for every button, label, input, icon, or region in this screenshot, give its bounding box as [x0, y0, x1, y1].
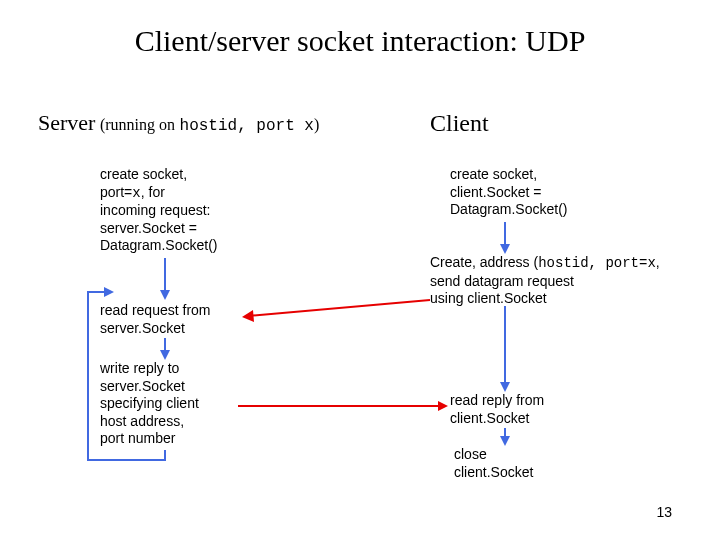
s1-l3: incoming request:	[100, 202, 250, 220]
server-heading-pre: (running on	[100, 116, 175, 133]
arrowhead-server-1-2	[160, 290, 170, 300]
arrowhead-client-3-4	[500, 436, 510, 446]
server-heading: Server (running on hostid, port x)	[38, 110, 319, 136]
c3-l2: client.Socket	[450, 410, 610, 428]
client-step-close: close client.Socket	[454, 446, 614, 481]
arrowhead-send-reply	[438, 401, 448, 411]
server-heading-text: Server	[38, 110, 95, 135]
arrowhead-send-request	[242, 310, 254, 322]
s1-l2-post: , for	[141, 184, 165, 200]
s1-l2-pre: port=	[100, 184, 132, 200]
s3-l4: host address,	[100, 413, 240, 431]
c2-l1-pre: Create, address (	[430, 254, 538, 270]
server-step-read: read request from server.Socket	[100, 302, 240, 337]
arrowhead-server-loop	[104, 287, 114, 297]
c1-l3: Datagram.Socket()	[450, 201, 630, 219]
page-title: Client/server socket interaction: UDP	[0, 24, 720, 58]
c2-l1-post: ,	[656, 254, 660, 270]
s3-l5: port number	[100, 430, 240, 448]
c4-l1: close	[454, 446, 614, 464]
c2-l2: send datagram request	[430, 273, 690, 291]
arrowhead-server-2-3	[160, 350, 170, 360]
c2-l1: Create, address (hostid, port=x,	[430, 254, 690, 273]
c2-l3: using client.Socket	[430, 290, 690, 308]
s2-l1: read request from	[100, 302, 240, 320]
s1-l2-code: x	[132, 185, 140, 201]
server-heading-post: )	[314, 116, 319, 133]
s1-l5: Datagram.Socket()	[100, 237, 250, 255]
s1-l2: port=x, for	[100, 184, 250, 203]
server-step-create: create socket, port=x, for incoming requ…	[100, 166, 250, 255]
s1-l4: server.Socket =	[100, 220, 250, 238]
s3-l1: write reply to	[100, 360, 240, 378]
arrowhead-client-1-2	[500, 244, 510, 254]
s3-l2: server.Socket	[100, 378, 240, 396]
server-step-write: write reply to server.Socket specifying …	[100, 360, 240, 448]
s2-l2: server.Socket	[100, 320, 240, 338]
c3-l1: read reply from	[450, 392, 610, 410]
client-step-send: Create, address (hostid, port=x, send da…	[430, 254, 690, 308]
c4-l2: client.Socket	[454, 464, 614, 482]
client-step-create: create socket, client.Socket = Datagram.…	[450, 166, 630, 219]
s3-l3: specifying client	[100, 395, 240, 413]
page-number: 13	[656, 504, 672, 520]
s1-l1: create socket,	[100, 166, 250, 184]
arrow-send-request	[248, 300, 430, 316]
server-heading-code: hostid, port x	[180, 117, 314, 135]
arrowhead-client-2-3	[500, 382, 510, 392]
c2-l1-code: hostid, port=x	[538, 255, 656, 271]
c1-l2: client.Socket =	[450, 184, 630, 202]
client-step-readreply: read reply from client.Socket	[450, 392, 610, 427]
client-heading: Client	[430, 110, 489, 137]
c1-l1: create socket,	[450, 166, 630, 184]
